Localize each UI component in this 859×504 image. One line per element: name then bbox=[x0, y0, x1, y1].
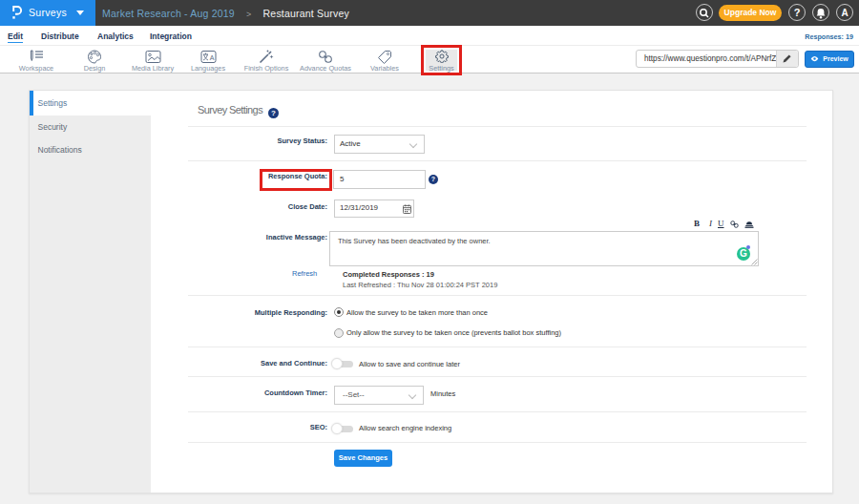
svg-text:A: A bbox=[209, 54, 214, 61]
